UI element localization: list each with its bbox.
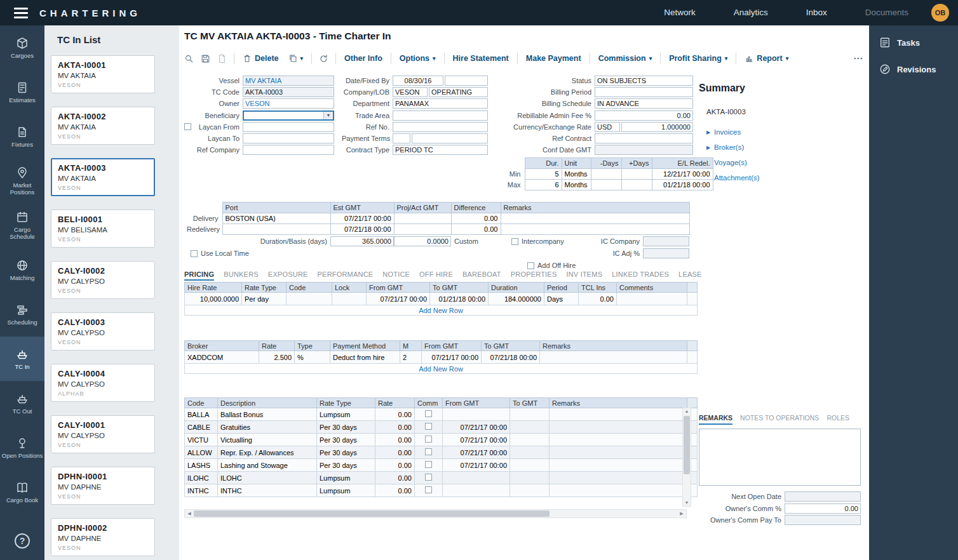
redelivery-difference-cell[interactable]: 0.00 [451,224,501,235]
owners-comm-field[interactable]: 0.00 [785,503,861,514]
summary-link[interactable]: Voyage(s) [706,155,865,170]
beneficiary-select[interactable]: ▼ [243,110,334,121]
redelivery-port-cell[interactable] [222,224,330,235]
date-field[interactable]: 08/30/16 [393,76,443,86]
billing-schedule-field[interactable]: IN ADVANCE [595,98,693,109]
tc-in-card[interactable]: AKTA-I0003 MV AKTAIA VESON [51,158,155,196]
horizontal-scrollbar[interactable]: ◀ ▶ [184,509,687,518]
sidebar-item-cargoes[interactable]: Cargoes [0,25,44,70]
search-icon[interactable] [184,54,194,63]
dropdown-arrow-icon[interactable]: ▼ [323,112,333,119]
tc-in-card[interactable]: BELI-I0001 MV BELISAMA VESON [51,210,155,248]
remarks-textarea[interactable] [699,429,861,486]
comments-cell[interactable] [617,293,687,305]
to-gmt-cell[interactable] [510,446,550,459]
description-cell[interactable]: ILOHC [218,472,317,484]
menu-icon[interactable] [14,5,28,21]
rate-cell[interactable]: 0.00 [375,484,415,497]
max-plus-days-cell[interactable] [621,180,652,190]
code-cell[interactable]: ALLOW [185,446,218,459]
tc-in-card[interactable]: CALY-I0003 MV CALYPSO VESON [51,312,155,350]
description-cell[interactable]: Gratuities [218,421,317,434]
redelivery-proj-act-cell[interactable] [394,224,451,235]
rate-cell[interactable]: 0.00 [375,421,415,434]
remarks-cell[interactable] [550,472,687,484]
tab-performance[interactable]: PERFORMANCE [318,270,374,281]
tab-remarks[interactable]: REMARKS [699,414,732,425]
ic-adj-field[interactable] [643,248,689,258]
delivery-remarks-cell[interactable] [501,213,689,224]
duration-cell[interactable]: 184.000000 [489,293,544,305]
redelivery-est-gmt-cell[interactable]: 07/21/18 00:00 [330,224,394,235]
tcl-ins-cell[interactable]: 0.00 [579,293,617,305]
ic-company-field[interactable] [643,236,689,246]
payment-terms-days-field[interactable] [393,133,410,143]
rate-cell[interactable]: 0.00 [375,472,415,484]
ref-company-field[interactable] [243,145,334,155]
rate-type-cell[interactable]: Per 30 days [317,421,375,434]
duration-days-field[interactable]: 365.0000 [330,236,394,246]
code-cell[interactable]: LASHS [185,459,218,472]
rate-cell[interactable]: 0.00 [375,446,415,459]
tab-bunkers[interactable]: BUNKERS [224,270,259,281]
expand-triangle-icon[interactable]: ▶ [706,145,714,150]
new-document-icon[interactable] [217,54,227,63]
description-cell[interactable]: Victualling [218,434,317,446]
nav-analytics[interactable]: Analytics [715,0,787,25]
sidebar-item-matching[interactable]: Matching [0,248,44,292]
code-cell[interactable] [287,293,332,305]
description-cell[interactable]: Repr. Exp. / Allowances [218,446,317,459]
conf-date-gmt-field[interactable] [595,145,693,155]
options-button[interactable]: Options▾ [398,54,437,63]
rate-type-cell[interactable]: Per 30 days [317,459,375,472]
revisions-button[interactable]: Revisions [869,56,958,83]
tasks-button[interactable]: Tasks [869,29,958,56]
sidebar-item-market-positions[interactable]: Market Positions [0,159,44,203]
scroll-left-icon[interactable]: ◀ [185,511,194,516]
comm-checkbox[interactable] [425,448,432,455]
owners-comm-pay-to-field[interactable] [785,515,861,525]
lock-cell[interactable] [332,293,367,305]
sidebar-item-fixtures[interactable]: Fixtures [0,114,44,159]
sidebar-item-tc-out[interactable]: TC Out [0,381,44,425]
remarks-cell[interactable] [550,421,687,434]
owner-field[interactable]: VESON [243,98,334,109]
rate-type-cell[interactable]: Lumpsum [317,408,375,421]
scroll-down-icon[interactable]: ▼ [685,500,689,506]
code-cell[interactable]: VICTU [185,434,218,446]
laycan-to-field[interactable] [243,133,334,143]
hire-statement-button[interactable]: Hire Statement [452,54,510,63]
expand-triangle-icon[interactable]: ▶ [706,130,714,135]
vessel-field[interactable]: MV AKTAIA [243,76,334,86]
tab-notice[interactable]: NOTICE [382,270,410,281]
status-field[interactable]: ON SUBJECTS [595,76,693,86]
make-payment-button[interactable]: Make Payment [525,54,583,63]
rate-cell[interactable]: 2.500 [259,351,295,364]
redelivery-remarks-cell[interactable] [501,224,689,235]
nav-documents[interactable]: Documents [846,0,928,25]
tc-in-card[interactable]: AKTA-I0002 MV AKTAIA VESON [51,107,155,145]
to-gmt-cell[interactable] [510,484,550,497]
remarks-cell[interactable] [550,408,687,421]
code-cell[interactable]: ILOHC [185,472,218,484]
payment-terms-field[interactable] [412,133,488,143]
delivery-port-cell[interactable]: BOSTON (USA) [222,213,330,224]
remarks-cell[interactable] [540,351,687,364]
scroll-right-icon[interactable]: ▶ [677,511,686,516]
from-gmt-cell[interactable] [443,408,510,421]
to-gmt-cell[interactable] [510,472,550,484]
remarks-cell[interactable] [550,434,687,446]
tab-bareboat[interactable]: BAREBOAT [462,270,501,281]
from-gmt-cell[interactable]: 07/21/17 00:00 [422,351,482,364]
broker-add-new-row[interactable]: Add New Row [185,364,698,374]
from-gmt-cell[interactable]: 07/21/17 00:00 [443,459,510,472]
to-gmt-cell[interactable] [510,434,550,446]
fixed-by-field[interactable] [445,76,488,86]
trade-area-field[interactable] [393,110,488,121]
type-cell[interactable]: % [295,351,330,364]
description-cell[interactable]: Ballast Bonus [218,408,317,421]
code-cell[interactable]: INTHC [185,484,218,497]
delete-button[interactable]: Delete [241,54,280,63]
payment-method-cell[interactable]: Deduct from hire [330,351,400,364]
remarks-cell[interactable] [550,459,687,472]
